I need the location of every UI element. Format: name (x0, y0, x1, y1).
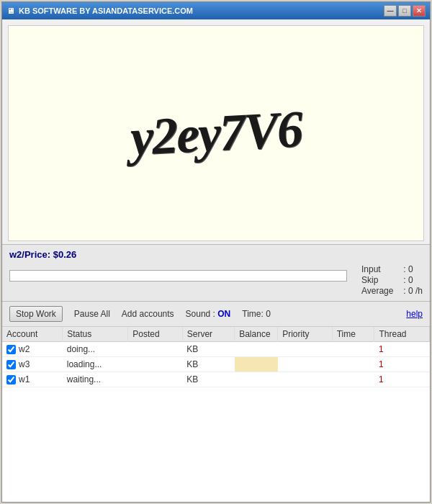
col-priority: Priority (278, 327, 332, 342)
accounts-table-section: Account Status Posted Server Balance Pri… (2, 327, 430, 502)
accounts-table: Account Status Posted Server Balance Pri… (2, 327, 430, 387)
input-colon: : (403, 264, 408, 274)
priority-cell (278, 372, 332, 387)
balance-cell (235, 357, 278, 372)
skip-colon: : (403, 275, 408, 285)
server-cell: KB (182, 342, 234, 357)
table-row: w3loading...KB1 (2, 357, 430, 372)
col-account: Account (2, 327, 63, 342)
minimize-button[interactable]: — (384, 5, 397, 17)
account-checkbox[interactable] (6, 360, 16, 369)
table-row: w1waiting...KB1 (2, 372, 430, 387)
input-value: 0 (408, 264, 413, 274)
toolbar: Stop Work Pause All Add accounts Sound :… (2, 302, 430, 327)
account-cell: w3 (2, 357, 63, 372)
status-cell: doing... (63, 342, 128, 357)
title-bar: 🖥 KB SOFTWARE BY ASIANDATASERVICE.COM — … (2, 2, 430, 19)
account-name: w1 (19, 374, 30, 384)
window-title: KB SOFTWARE BY ASIANDATASERVICE.COM (19, 6, 193, 15)
col-posted: Posted (128, 327, 182, 342)
sound-on-value[interactable]: ON (217, 309, 230, 319)
title-buttons: — □ ✕ (384, 5, 426, 17)
info-section: w2/Price: $0.26 Input : 0 Skip : 0 (2, 244, 430, 302)
account-name: w3 (19, 359, 30, 369)
add-accounts-button[interactable]: Add accounts (122, 309, 174, 319)
col-status: Status (63, 327, 128, 342)
time-cell (332, 372, 374, 387)
skip-label: Skip (361, 275, 401, 285)
thread-cell: 1 (374, 357, 430, 372)
price-label: w2/Price: $0.26 (9, 249, 423, 260)
status-cell: loading... (63, 357, 128, 372)
time-cell (332, 357, 374, 372)
time-cell (332, 342, 374, 357)
col-thread: Thread (374, 327, 430, 342)
info-row: Input : 0 Skip : 0 Average : 0 /h (9, 264, 423, 297)
average-stat: Average : 0 /h (361, 286, 423, 296)
posted-cell (128, 342, 182, 357)
progress-bar (9, 270, 347, 282)
sound-control[interactable]: Sound : ON (186, 309, 231, 319)
col-balance: Balance (235, 327, 278, 342)
input-stat: Input : 0 (361, 264, 423, 274)
time-display: Time: 0 (242, 309, 271, 319)
account-cell: w1 (2, 372, 63, 387)
account-checkbox[interactable] (6, 345, 16, 354)
posted-cell (128, 372, 182, 387)
priority-cell (278, 357, 332, 372)
help-link[interactable]: help (406, 309, 423, 319)
window-icon: 🖥 (6, 6, 14, 15)
average-colon: : (403, 286, 408, 296)
account-cell: w2 (2, 342, 63, 357)
pause-all-button[interactable]: Pause All (74, 309, 110, 319)
col-server: Server (182, 327, 234, 342)
captcha-area: y2ey7V6 (8, 25, 424, 241)
captcha-image: y2ey7V6 (122, 90, 310, 176)
balance-cell (235, 372, 278, 387)
posted-cell (128, 357, 182, 372)
account-name: w2 (19, 344, 30, 354)
main-window: 🖥 KB SOFTWARE BY ASIANDATASERVICE.COM — … (1, 1, 431, 503)
close-button[interactable]: ✕ (413, 5, 426, 17)
thread-cell: 1 (374, 372, 430, 387)
status-cell: waiting... (63, 372, 128, 387)
server-cell: KB (182, 372, 234, 387)
account-checkbox[interactable] (6, 375, 16, 384)
captcha-text: y2ey7V6 (129, 103, 302, 163)
skip-stat: Skip : 0 (361, 275, 423, 285)
progress-bar-container (9, 270, 347, 282)
skip-value: 0 (408, 275, 413, 285)
col-time: Time (332, 327, 374, 342)
sound-prefix: Sound : (186, 309, 218, 319)
thread-cell: 1 (374, 342, 430, 357)
stop-work-button[interactable]: Stop Work (9, 306, 63, 322)
table-row: w2doing...KB1 (2, 342, 430, 357)
average-label: Average (361, 286, 401, 296)
title-bar-left: 🖥 KB SOFTWARE BY ASIANDATASERVICE.COM (6, 6, 193, 15)
maximize-button[interactable]: □ (398, 5, 411, 17)
priority-cell (278, 342, 332, 357)
stats-block: Input : 0 Skip : 0 Average : 0 /h (361, 264, 423, 297)
input-label: Input (361, 264, 401, 274)
balance-cell (235, 342, 278, 357)
average-value: 0 /h (408, 286, 423, 296)
table-header-row: Account Status Posted Server Balance Pri… (2, 327, 430, 342)
content-area: y2ey7V6 w2/Price: $0.26 Input : 0 Skip (2, 19, 430, 502)
server-cell: KB (182, 357, 234, 372)
